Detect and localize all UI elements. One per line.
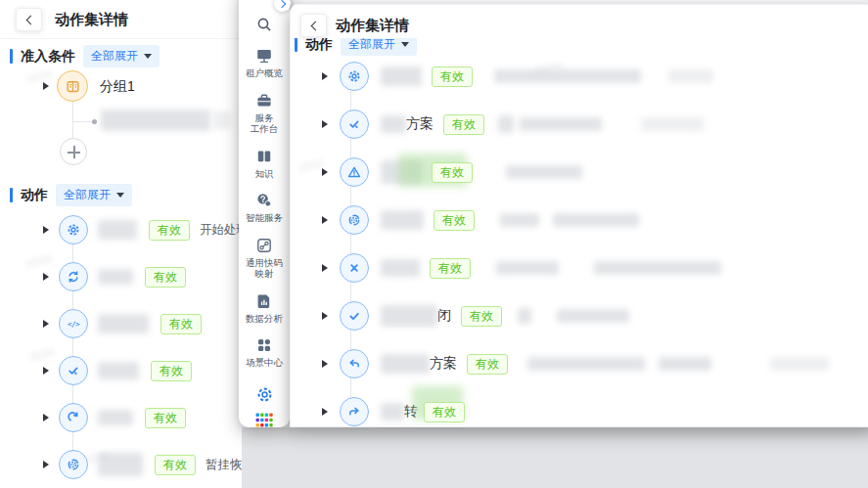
redacted-condition	[101, 110, 210, 131]
caret-down-icon	[116, 193, 124, 198]
row-caret[interactable]	[43, 461, 49, 468]
apps-grid-icon	[255, 413, 274, 428]
redacted-text	[98, 453, 143, 476]
redacted-text	[381, 354, 430, 374]
row-caret[interactable]	[322, 120, 328, 128]
row-caret[interactable]	[322, 408, 328, 416]
row-caret[interactable]	[322, 360, 328, 368]
settings-gear-button[interactable]	[255, 385, 274, 404]
action-row[interactable]: 方案 有效	[295, 108, 868, 141]
row-caret[interactable]	[322, 72, 328, 80]
action-row[interactable]: 闭 有效	[295, 299, 868, 333]
section-bar	[10, 188, 13, 202]
redacted-text	[381, 210, 424, 230]
redacted-text	[98, 314, 149, 333]
caret-down-icon	[144, 54, 152, 59]
right-drawer: 动作集详情 动作 全部展开 有效	[290, 4, 868, 427]
smart-service-icon	[255, 192, 273, 209]
row-caret[interactable]	[322, 216, 328, 224]
tree-node-dot	[92, 119, 97, 124]
tree-caret[interactable]	[43, 82, 49, 90]
row-caret[interactable]	[43, 273, 49, 281]
scene-center-icon	[255, 336, 273, 354]
left-panel-header: 动作集详情	[0, 0, 242, 39]
nav-item-label: 场景中心	[246, 357, 283, 369]
app-screen: 动作集详情 准入条件 全部展开 分组1	[0, 0, 868, 488]
nav-item-label: 数据分析	[246, 313, 283, 325]
action-row[interactable]: 有效	[295, 203, 868, 237]
nav-item-smart-service[interactable]: 智能服务	[246, 192, 283, 224]
nav-item-tenant-overview[interactable]: 租户概览	[246, 47, 283, 79]
status-badge: 有效	[424, 402, 465, 422]
nav-item-scene-center[interactable]: 场景中心	[246, 336, 283, 369]
drawer-back-button[interactable]	[300, 14, 327, 37]
apps-grid-button[interactable]	[255, 413, 274, 428]
action-row[interactable]: 有效	[295, 251, 868, 285]
group-label[interactable]: 分组1	[100, 78, 135, 96]
code-mapping-icon	[255, 237, 273, 254]
group-icon[interactable]	[57, 70, 88, 102]
status-badge: 有效	[430, 258, 471, 279]
add-condition-button[interactable]	[60, 138, 87, 165]
row-caret[interactable]	[322, 168, 328, 176]
status-badge: 有效	[434, 210, 475, 231]
nav-item-data-analysis[interactable]: 数据分析	[246, 292, 283, 325]
row-caret[interactable]	[43, 367, 49, 375]
status-badge: 有效	[151, 361, 192, 381]
section-label: 准入条件	[21, 48, 75, 66]
chevron-left-icon	[310, 21, 320, 30]
redacted-text	[518, 308, 531, 324]
redacted-text	[381, 115, 406, 133]
action-row[interactable]: 有效	[295, 155, 868, 189]
redacted-text	[659, 357, 711, 371]
action-row[interactable]: 方案 有效	[295, 347, 868, 380]
row-caret[interactable]	[43, 414, 49, 421]
action-note: 暂挂恢复到处理中	[206, 457, 242, 473]
action-row[interactable]: 转 有效	[295, 395, 868, 427]
expand-all-toggle[interactable]: 全部展开	[56, 184, 132, 206]
action-row[interactable]: 有效	[0, 260, 242, 293]
expand-all-label: 全部展开	[64, 187, 111, 203]
redacted-text	[381, 67, 422, 86]
nav-item-service-workbench[interactable]: 服务 工作台	[251, 92, 279, 135]
redacted-text	[553, 213, 639, 227]
row-caret[interactable]	[43, 226, 49, 234]
status-badge: 有效	[160, 314, 202, 334]
nav-item-knowledge[interactable]: 知识	[255, 148, 274, 180]
chevron-right-icon	[277, 0, 285, 8]
nav-item-label: 智能服务	[246, 212, 283, 224]
nav-item-code-mapping[interactable]: 通用快码 映射	[246, 237, 283, 280]
chevron-left-icon	[25, 15, 35, 24]
redacted-text	[98, 269, 133, 285]
drawer-title: 动作集详情	[336, 17, 409, 35]
section-bar	[10, 49, 13, 64]
gear-icon	[340, 62, 369, 91]
back-button[interactable]	[16, 8, 42, 31]
row-caret[interactable]	[322, 264, 328, 272]
action-row[interactable]: 有效 暂挂恢复到处理中	[0, 448, 242, 481]
page-title: 动作集详情	[55, 11, 128, 29]
search-icon	[255, 16, 273, 33]
section-entry-conditions: 准入条件 全部展开	[10, 45, 160, 67]
redacted-text	[557, 309, 629, 323]
redo-icon	[59, 403, 88, 432]
action-row[interactable]: 有效 开始处理单据，状	[0, 213, 242, 246]
action-row[interactable]: 有效	[0, 401, 242, 434]
action-row[interactable]: 有效	[0, 354, 242, 387]
check-double-icon	[59, 356, 88, 385]
action-row[interactable]: 有效	[295, 60, 868, 93]
redacted-text	[594, 261, 721, 275]
expand-all-toggle[interactable]: 全部展开	[83, 45, 160, 67]
redacted-text	[500, 213, 539, 227]
group-glyph	[66, 79, 80, 94]
row-caret[interactable]	[43, 320, 49, 328]
page-backdrop	[235, 427, 868, 488]
status-badge: 有效	[432, 67, 473, 87]
expand-all-label: 全部展开	[348, 36, 395, 53]
redacted-text	[381, 305, 437, 327]
nav-rail: 租户概览 服务 工作台 知识 智能服务 通用快码 映射 数据分析 场景中心	[239, 0, 290, 427]
action-row[interactable]: </> 有效	[0, 307, 242, 340]
search-button[interactable]	[255, 16, 273, 33]
caret-down-icon	[401, 42, 409, 47]
row-caret[interactable]	[322, 312, 328, 320]
